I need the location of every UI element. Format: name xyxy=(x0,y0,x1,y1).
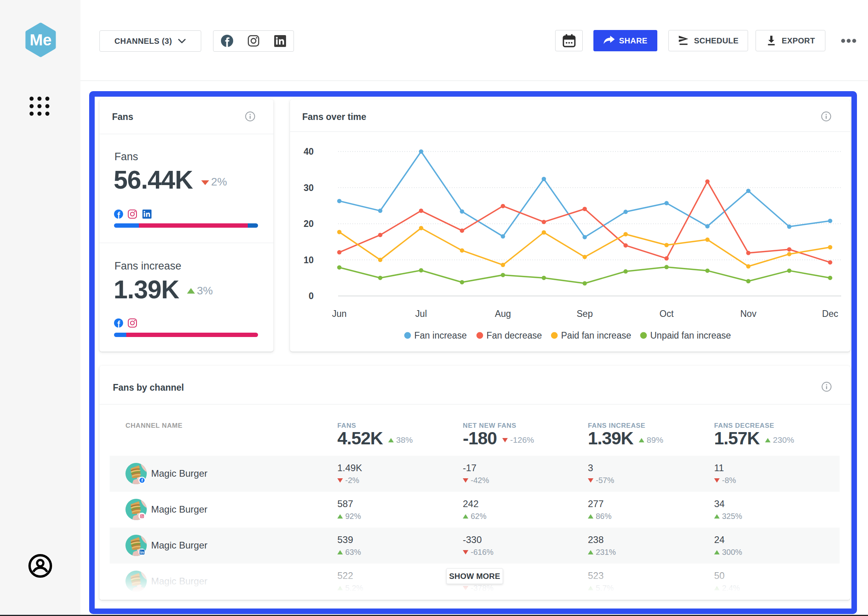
svg-text:Fan increase: Fan increase xyxy=(414,330,467,341)
svg-text:0: 0 xyxy=(309,291,314,301)
svg-text:Paid fan increase: Paid fan increase xyxy=(561,330,631,341)
svg-text:Sep: Sep xyxy=(577,309,593,319)
svg-text:Unpaid fan increase: Unpaid fan increase xyxy=(650,330,731,341)
svg-text:Aug: Aug xyxy=(495,309,511,319)
svg-text:Nov: Nov xyxy=(740,309,756,319)
svg-text:Me: Me xyxy=(30,31,52,49)
svg-text:Jul: Jul xyxy=(415,309,427,319)
svg-text:Dec: Dec xyxy=(822,309,838,319)
svg-text:10: 10 xyxy=(303,255,314,265)
svg-text:Jun: Jun xyxy=(332,309,346,319)
svg-text:Oct: Oct xyxy=(660,309,674,319)
svg-text:30: 30 xyxy=(303,183,314,193)
svg-text:Fan decrease: Fan decrease xyxy=(486,330,542,341)
svg-text:40: 40 xyxy=(303,146,314,157)
svg-text:20: 20 xyxy=(303,219,314,229)
